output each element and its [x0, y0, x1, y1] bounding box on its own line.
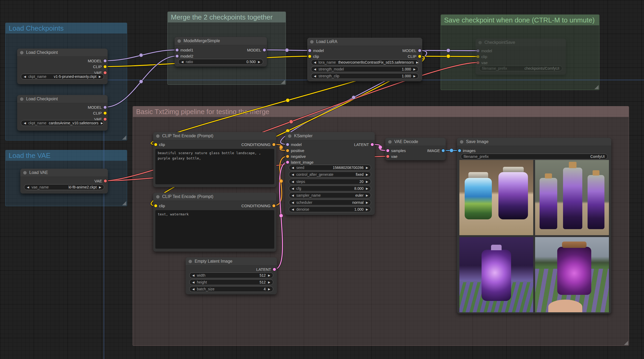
arrow-left-icon[interactable]: ◀ [292, 173, 294, 176]
arrow-right-icon[interactable]: ▶ [366, 187, 368, 190]
result-image-2[interactable] [535, 160, 609, 235]
output-slot-vae[interactable]: VAE [94, 178, 107, 184]
arrow-left-icon[interactable]: ◀ [181, 60, 183, 64]
clip-pin-icon[interactable] [154, 143, 157, 146]
vae-pin-icon[interactable] [477, 61, 479, 64]
output-slot-clip[interactable]: CLIP [93, 110, 107, 116]
input-slot-clip[interactable]: clip [154, 203, 165, 209]
collapse-dot-icon[interactable] [460, 140, 463, 144]
ratio-widget[interactable]: ◀ ratio 0.500 ▶ [178, 59, 263, 65]
clip-pin-icon[interactable] [308, 55, 311, 58]
vae-pin-icon[interactable] [104, 180, 107, 182]
collapse-dot-icon[interactable] [310, 40, 314, 44]
arrow-left-icon[interactable]: ◀ [292, 180, 294, 183]
strength-clip-widget[interactable]: ◀ strength_clip 1.000 ▶ [311, 73, 419, 79]
node-load-checkpoint-2[interactable]: Load Checkpoint MODEL CLIP VAE ◀ ckpt_na… [17, 95, 108, 131]
arrow-right-icon[interactable]: ▶ [366, 173, 368, 176]
prompt-textarea[interactable]: beautiful scenery nature glass bottle la… [155, 149, 274, 184]
arrow-left-icon[interactable]: ◀ [27, 186, 29, 189]
input-slot-images[interactable]: images [458, 148, 475, 153]
arrow-right-icon[interactable]: ▶ [366, 166, 368, 169]
output-slot-model[interactable]: MODEL [88, 104, 107, 110]
output-slot-conditioning[interactable]: CONDITIONING [241, 141, 275, 147]
arrow-right-icon[interactable]: ▶ [366, 201, 368, 204]
vae-pin-icon[interactable] [104, 71, 107, 74]
arrow-right-icon[interactable]: ▶ [268, 281, 270, 284]
conditioning-pin-icon[interactable] [286, 149, 289, 152]
arrow-left-icon[interactable]: ◀ [192, 274, 194, 277]
arrow-right-icon[interactable]: ▶ [268, 274, 270, 277]
arrow-left-icon[interactable]: ◀ [292, 187, 294, 190]
arrow-left-icon[interactable]: ◀ [192, 281, 194, 284]
input-slot-model2[interactable]: model2 [176, 53, 193, 59]
node-clip-text-encode-positive[interactable]: CLIP Text Encode (Prompt) clip CONDITION… [153, 132, 276, 187]
node-load-vae[interactable]: Load VAE VAE ◀ vae_name kl-f8-anime2.ckp… [20, 169, 108, 193]
collapse-dot-icon[interactable] [478, 41, 482, 44]
conditioning-pin-icon[interactable] [272, 143, 275, 146]
input-slot-samples[interactable]: samples [386, 148, 406, 153]
collapse-dot-icon[interactable] [189, 260, 192, 263]
output-slot-model[interactable]: MODEL [402, 48, 421, 53]
ckpt-name-widget[interactable]: ◀ ckpt_name cardosAnime_v10.safetensors … [21, 120, 104, 126]
arrow-right-icon[interactable]: ▶ [416, 61, 418, 64]
clip-pin-icon[interactable] [418, 55, 421, 58]
prompt-textarea[interactable]: text, watermark [155, 210, 274, 249]
arrow-left-icon[interactable]: ◀ [314, 68, 316, 71]
output-slot-clip[interactable]: CLIP [93, 64, 107, 69]
arrow-left-icon[interactable]: ◀ [24, 75, 26, 78]
node-load-checkpoint-1[interactable]: Load Checkpoint MODEL CLIP VAE ◀ ckpt_na… [17, 49, 108, 84]
model-pin-icon[interactable] [263, 49, 266, 51]
arrow-right-icon[interactable]: ▶ [366, 208, 368, 211]
arrow-right-icon[interactable]: ▶ [99, 75, 101, 78]
vae-pin-icon[interactable] [386, 155, 389, 158]
arrow-right-icon[interactable]: ▶ [414, 74, 416, 78]
arrow-left-icon[interactable]: ◀ [24, 121, 26, 125]
model-pin-icon[interactable] [477, 49, 479, 52]
input-slot-latent-image[interactable]: latent_image [286, 159, 314, 165]
collapse-dot-icon[interactable] [177, 39, 181, 43]
input-slot-clip[interactable]: clip [154, 141, 165, 147]
node-graph-canvas[interactable]: Load Checkpoints Merge the 2 checkpoints… [0, 0, 644, 359]
node-clip-text-encode-negative[interactable]: CLIP Text Encode (Prompt) clip CONDITION… [153, 193, 276, 252]
node-save-image[interactable]: Save Image images filename_prefix ComfyU… [457, 138, 611, 314]
result-image-4[interactable] [535, 237, 609, 312]
model-pin-icon[interactable] [104, 59, 107, 62]
input-slot-positive[interactable]: positive [286, 148, 304, 153]
width-widget[interactable]: ◀ width 512 ▶ [189, 272, 273, 278]
collapse-dot-icon[interactable] [20, 51, 23, 54]
collapse-dot-icon[interactable] [23, 171, 27, 174]
arrow-right-icon[interactable]: ▶ [101, 121, 103, 125]
result-image-1[interactable] [459, 160, 533, 235]
lora-name-widget[interactable]: ◀ lora_name theovercomer8sContrastFix_sd… [311, 59, 419, 65]
arrow-left-icon[interactable]: ◀ [314, 74, 316, 78]
input-slot-vae[interactable]: vae [386, 153, 397, 159]
arrow-left-icon[interactable]: ◀ [192, 287, 194, 291]
input-slot-clip[interactable]: clip [308, 53, 319, 59]
clip-pin-icon[interactable] [104, 65, 107, 68]
vae-pin-icon[interactable] [104, 118, 107, 121]
collapse-dot-icon[interactable] [288, 134, 291, 138]
image-pin-icon[interactable] [442, 149, 445, 152]
sampler-name-widget[interactable]: ◀ sampler_name euler ▶ [289, 192, 371, 198]
model-pin-icon[interactable] [104, 106, 107, 109]
node-vae-decode[interactable]: VAE Decode samples vae IMAGE [385, 138, 446, 160]
output-slot-model[interactable]: MODEL [247, 47, 266, 53]
input-slot-negative[interactable]: negative [286, 153, 306, 159]
model-pin-icon[interactable] [176, 49, 179, 51]
node-ksampler[interactable]: KSampler model positive negative latent_… [285, 132, 375, 215]
ckpt-name-widget[interactable]: ◀ ckpt_name v1-5-pruned-emaonly.ckpt ▶ [21, 74, 104, 79]
collapse-dot-icon[interactable] [156, 195, 160, 199]
height-widget[interactable]: ◀ height 512 ▶ [189, 279, 273, 285]
arrow-left-icon[interactable]: ◀ [292, 208, 294, 211]
batch-size-widget[interactable]: ◀ batch_size 4 ▶ [189, 286, 273, 292]
model-pin-icon[interactable] [308, 49, 311, 52]
collapse-dot-icon[interactable] [388, 140, 392, 144]
node-model-merge-simple[interactable]: ModelMergeSimple model1 model2 MODEL ◀ r… [175, 37, 267, 67]
clip-pin-icon[interactable] [104, 112, 107, 115]
latent-pin-icon[interactable] [371, 143, 374, 146]
output-slot-image[interactable]: IMAGE [427, 148, 445, 153]
node-empty-latent-image[interactable]: Empty Latent Image LATENT ◀ width 512 ▶ … [186, 257, 277, 294]
output-slot-clip[interactable]: CLIP [408, 53, 421, 59]
control-after-generate-widget[interactable]: ◀ control_after_generate fixed ▶ [289, 172, 371, 177]
arrow-right-icon[interactable]: ▶ [414, 68, 416, 71]
